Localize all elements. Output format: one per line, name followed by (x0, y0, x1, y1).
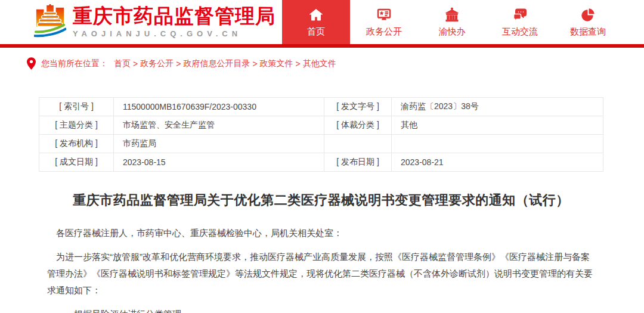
site-logo[interactable]: 重庆市药品监督管理局 YAOJIANJU.CQ.GOV.CN (34, 4, 275, 41)
meta-value-genre-class: 其他 (392, 116, 603, 135)
table-row: [ 主题分类 ] 市场监管、安全生产监管 [ 体裁分类 ] 其他 (39, 116, 603, 135)
nav-tab-data-query[interactable]: 数据查询 (554, 0, 622, 44)
breadcrumb-link-other-files[interactable]: 其他文件 (303, 58, 336, 69)
breadcrumb: 您当前所在位置： 首页 > 政务公开 > 政府信息公开目录 > 政策文件 > 其… (0, 48, 644, 79)
table-row: [ 发布机构 ] 市药监局 (39, 135, 603, 153)
breadcrumb-link-info-directory[interactable]: 政府信息公开目录 (183, 58, 250, 69)
main-nav: 首页 政务公开 (282, 0, 622, 44)
meta-label-doc-no: [ 发文字号 ] (324, 98, 392, 116)
meta-label-issuing-org: [ 发布机构 ] (39, 135, 114, 153)
breadcrumb-prefix: 您当前所在位置： (41, 58, 108, 69)
meta-value-doc-no: 渝药监〔2023〕38号 (392, 98, 603, 116)
government-building-icon (444, 7, 460, 23)
document-title: 重庆市药品监督管理局关于优化第二类医疗器械说明书变更管理要求的通知（试行） (39, 191, 603, 209)
meta-label-genre-class: [ 体裁分类 ] (324, 116, 392, 135)
meta-label-topic-class: [ 主题分类 ] (39, 116, 114, 135)
document-paragraph-intro: 为进一步落实“放管服”改革和优化营商环境要求，推动医疗器械产业高质量发展，按照《… (47, 249, 597, 299)
nav-tab-label: 渝快办 (439, 26, 466, 38)
nav-tab-label: 数据查询 (570, 26, 606, 38)
breadcrumb-link-home[interactable]: 首页 (114, 58, 131, 69)
breadcrumb-separator: > (176, 59, 181, 69)
breadcrumb-link-policy-files[interactable]: 政策文件 (260, 58, 293, 69)
meta-value-index-no: 11500000MB1670639F/2023-00330 (114, 98, 324, 116)
document-page: [ 索引号 ] 11500000MB1670639F/2023-00330 [ … (39, 97, 603, 313)
location-pin-icon (27, 57, 36, 70)
breadcrumb-link-gov-info[interactable]: 政务公开 (140, 58, 174, 69)
site-title: 重庆市药品监督管理局 (73, 6, 275, 27)
home-icon (309, 7, 323, 23)
nav-tab-yukuaiban[interactable]: 渝快办 (418, 0, 486, 44)
nav-tab-interaction[interactable]: 互动交流 (486, 0, 554, 44)
site-header: 重庆市药品监督管理局 YAOJIANJU.CQ.GOV.CN 首页 (0, 0, 644, 44)
pie-chart-icon (580, 7, 596, 23)
meta-value-written-date: 2023-08-15 (114, 153, 324, 172)
meta-label-index-no: [ 索引号 ] (39, 98, 114, 116)
table-row: [ 成文日期 ] 2023-08-15 [ 发布日期 ] 2023-08-21 (39, 153, 603, 172)
meta-value-topic-class: 市场监管、安全生产监管 (114, 116, 324, 135)
meta-label-written-date: [ 成文日期 ] (39, 153, 114, 172)
meta-value-issuing-org: 市药监局 (114, 135, 324, 153)
document-meta-table: [ 索引号 ] 11500000MB1670639F/2023-00330 [ … (39, 97, 603, 172)
nav-tab-label: 互动交流 (502, 26, 538, 38)
nav-tab-home[interactable]: 首页 (282, 0, 350, 44)
document-paragraph-salutation: 各医疗器械注册人，市药审中心、重庆器械检验中心，局机关相关处室： (47, 225, 597, 241)
breadcrumb-separator: > (296, 59, 301, 69)
breadcrumb-separator: > (133, 59, 138, 69)
meta-value-publish-date: 2023-08-21 (392, 153, 603, 172)
document-body: 各医疗器械注册人，市药审中心、重庆器械检验中心，局机关相关处室： 为进一步落实“… (39, 225, 603, 313)
site-domain: YAOJIANJU.CQ.GOV.CN (73, 29, 275, 38)
nav-tab-label: 首页 (307, 26, 325, 38)
table-row: [ 索引号 ] 11500000MB1670639F/2023-00330 [ … (39, 98, 603, 116)
document-paragraph-section-1: 一、根据风险评估进行分类管理 (47, 306, 597, 313)
brand-text: 重庆市药品监督管理局 YAOJIANJU.CQ.GOV.CN (73, 6, 275, 38)
logo-building-icon (34, 4, 66, 41)
nav-tab-label: 政务公开 (366, 26, 402, 38)
breadcrumb-separator: > (252, 59, 257, 69)
meta-label-empty (324, 135, 392, 153)
chat-bubbles-icon (512, 7, 528, 23)
nav-tab-gov-info[interactable]: 政务公开 (350, 0, 418, 44)
meta-label-publish-date: [ 发布日期 ] (324, 153, 392, 172)
meta-value-empty (392, 135, 603, 153)
monitor-star-icon (376, 7, 392, 23)
